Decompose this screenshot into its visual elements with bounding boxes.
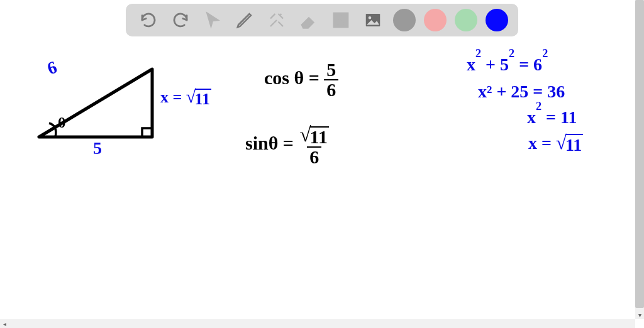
eraser-icon: [299, 11, 318, 30]
color-blue[interactable]: [486, 9, 508, 31]
vertical-scrollbar[interactable]: ▾: [635, 0, 644, 319]
scrollbar-thumb[interactable]: [635, 0, 644, 308]
pencil-icon: [235, 11, 254, 30]
eraser-button[interactable]: [297, 8, 321, 32]
undo-icon: [139, 11, 158, 30]
color-green[interactable]: [455, 9, 477, 31]
sin-fraction: 11 6: [298, 124, 330, 167]
text-button[interactable]: [329, 8, 353, 32]
svg-point-2: [368, 16, 371, 19]
redo-icon: [171, 11, 190, 30]
image-icon: [364, 11, 382, 30]
color-gray[interactable]: [393, 9, 416, 31]
scroll-left-icon[interactable]: ◂: [0, 319, 9, 328]
side-x-lhs: x =: [160, 88, 182, 106]
pencil-button[interactable]: [233, 8, 257, 32]
tools-button[interactable]: [265, 8, 289, 32]
color-pink[interactable]: [424, 9, 447, 31]
cos-denominator: 6: [324, 79, 338, 99]
sqrt-icon: 11: [186, 87, 211, 109]
pyth-step-1: x2 + 52 = 62: [467, 54, 548, 75]
sin-denominator: 6: [307, 146, 321, 167]
pointer-button[interactable]: [201, 8, 225, 32]
pyth4-radicand: 11: [565, 134, 583, 155]
side-x-label: x = 11: [160, 87, 211, 109]
pyth-step-4: x = 11: [528, 132, 583, 155]
text-icon: [331, 11, 350, 30]
cos-fraction: 5 6: [324, 60, 338, 99]
pyth-step-2: x² + 25 = 36: [478, 82, 565, 102]
angle-theta-label: θ: [58, 114, 66, 131]
redo-button[interactable]: [169, 8, 192, 32]
pyth-step-3: x2 = 11: [527, 107, 577, 128]
sqrt-icon: 11: [556, 132, 583, 155]
sin-lhs: sinθ =: [245, 133, 294, 153]
whiteboard-toolbar: [126, 4, 518, 36]
sin-equation: sinθ = 11 6: [245, 124, 330, 167]
cos-numerator: 5: [325, 60, 337, 79]
pointer-icon: [203, 11, 222, 30]
sin-numerator: 11: [298, 124, 330, 146]
cos-equation: cos θ = 5 6: [264, 60, 338, 99]
undo-button[interactable]: [136, 8, 160, 32]
horizontal-scrollbar[interactable]: ◂: [0, 319, 635, 328]
base-label: 5: [93, 138, 102, 158]
tools-icon: [267, 11, 286, 30]
whiteboard-canvas[interactable]: 6 5 θ x = 11 cos θ = 5 6 sinθ = 11 6 x2 …: [0, 44, 644, 320]
image-button[interactable]: [361, 8, 385, 32]
side-x-radicand: 11: [195, 89, 212, 109]
pyth4-lhs: x =: [528, 133, 552, 153]
cos-lhs: cos θ =: [264, 67, 319, 88]
scroll-down-icon[interactable]: ▾: [635, 310, 644, 319]
